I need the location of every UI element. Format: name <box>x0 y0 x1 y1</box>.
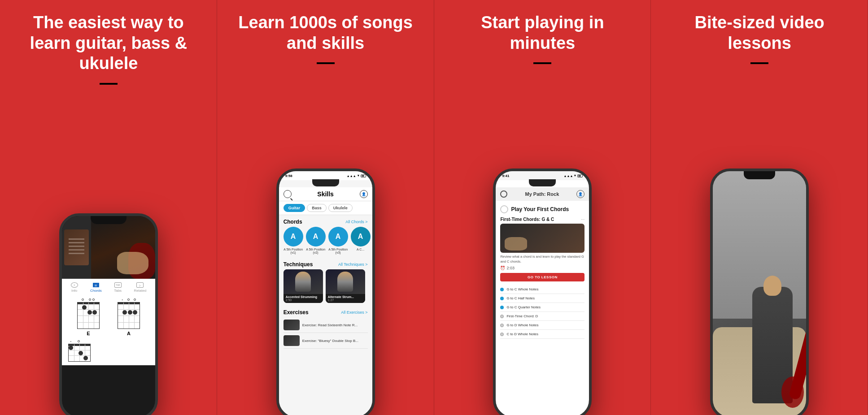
settings-icon[interactable] <box>500 190 507 198</box>
panel-4-headline: Bite-sized video lessons <box>651 0 868 58</box>
exercise-thumb-2 <box>284 335 300 346</box>
exercises-title: Exercises <box>284 309 309 316</box>
technique-info-2: Alternate Strum... 1:27 <box>326 294 365 303</box>
battery-icon <box>361 174 366 177</box>
open-dot <box>134 298 136 301</box>
grid-line <box>118 322 140 323</box>
chords-section-title: Chords <box>284 219 302 225</box>
chord-e-top <box>82 298 95 301</box>
tab-bass[interactable]: Bass <box>307 204 327 212</box>
grid-line <box>118 309 140 310</box>
tab-guitar[interactable]: Guitar <box>284 204 305 212</box>
fret-dot <box>92 310 97 315</box>
lesson-list: G to C Whole Notes G to C Half Notes G t… <box>500 285 584 339</box>
search-icon[interactable] <box>284 190 292 198</box>
lesson-thumbnail <box>500 224 584 253</box>
phone-1-wrapper: i Info ⊞ Chords TAB Tabs ▷ Related <box>59 213 158 415</box>
technique-info-1: Accented Strumming 2:50 <box>284 294 323 303</box>
panel-3-divider <box>533 62 551 64</box>
technique-cards-row: Accented Strumming 2:50 Alternate Strum.… <box>279 269 372 306</box>
chord-letter: A <box>313 233 318 241</box>
chord-item-1[interactable]: A A 5th Position (v1) <box>284 227 303 254</box>
technique-card-2[interactable]: Alternate Strum... 1:27 <box>326 269 365 303</box>
exercise-list: Exercise: Read Sixteenth Note R... Exerc… <box>279 317 372 349</box>
group-title: Play Your First Chords <box>511 206 569 212</box>
chords-section-header: Chords All Chords > <box>279 215 372 227</box>
user-icon[interactable]: 👤 <box>576 190 584 198</box>
tab-tabs[interactable]: TAB Tabs <box>114 282 122 293</box>
chord-e: E <box>77 298 100 336</box>
all-exercises-link[interactable]: All Exercises > <box>341 310 367 315</box>
progress-circle <box>500 205 508 213</box>
chord-c-top: × <box>70 340 149 343</box>
phone-1-video <box>62 216 155 279</box>
list-item-4[interactable]: First-Time Chord: D <box>500 312 584 321</box>
hand-shape <box>117 252 148 274</box>
guitar-thumbnail <box>64 229 89 265</box>
panel-3-headline: Start playing in minutes <box>434 0 651 58</box>
lesson-group-header: Play Your First Chords <box>500 205 584 213</box>
tab-chords[interactable]: ⊞ Chords <box>90 282 102 293</box>
grid-line <box>69 350 90 350</box>
all-techniques-link[interactable]: All Techniques > <box>338 262 368 267</box>
wifi-icon-3: ▾ <box>574 174 576 177</box>
panel-2-divider <box>317 62 335 64</box>
technique-thumb-1 <box>284 269 323 294</box>
all-chords-link[interactable]: All Chords > <box>345 220 367 224</box>
chord-third-preview: × <box>65 338 153 362</box>
phone-1-controls: i Info ⊞ Chords TAB Tabs ▷ Related <box>62 279 155 365</box>
chord-item-3[interactable]: A A 5th Position (v3) <box>328 227 348 254</box>
open-dot <box>78 340 80 342</box>
list-item-5[interactable]: G to D Whole Notes <box>500 321 584 330</box>
grid-line <box>78 309 99 310</box>
cross-marker: × <box>70 340 72 343</box>
exercise-name-1: Exercise: Read Sixteenth Note R... <box>302 323 358 327</box>
status-icons: ▲▲▲ ▾ <box>347 174 366 177</box>
phone-1: i Info ⊞ Chords TAB Tabs ▷ Related <box>59 213 158 415</box>
chord-item-4[interactable]: A A C... <box>351 227 371 254</box>
tab-info[interactable]: i Info <box>71 282 78 293</box>
chord-item-2[interactable]: A A 5th Position (v2) <box>306 227 326 254</box>
go-to-lesson-button[interactable]: GO TO LESSON <box>500 273 584 281</box>
chord-circle: A <box>284 227 303 246</box>
fret-dot <box>122 310 127 315</box>
phone-3-wrapper: 9:41 ▲▲▲ ▾ My Path: Rock 👤 <box>493 169 592 415</box>
tab-related-label: Related <box>134 289 147 293</box>
phone-2: 9:58 ▲▲▲ ▾ Skills 👤 Guitar Bass <box>276 169 375 415</box>
phone-2-header: Skills 👤 <box>279 187 372 201</box>
skills-title: Skills <box>292 190 360 198</box>
chord-circle-label: A 5th Position (v2) <box>306 248 326 254</box>
phone-2-wrapper: 9:58 ▲▲▲ ▾ Skills 👤 Guitar Bass <box>276 169 375 415</box>
phone-4-wrapper <box>710 169 809 415</box>
technique-card-1[interactable]: Accented Strumming 2:50 <box>284 269 323 303</box>
tab-related[interactable]: ▷ Related <box>134 282 147 293</box>
phone-3-notch <box>529 179 556 186</box>
lesson-list-text-6: C to D Whole Notes <box>506 332 538 336</box>
phone-2-notch <box>312 179 339 186</box>
open-dot <box>92 298 95 301</box>
panel-4: Bite-sized video lessons <box>651 0 868 415</box>
chord-circle: A <box>351 227 371 246</box>
exercise-item-1[interactable]: Exercise: Read Sixteenth Note R... <box>284 317 368 333</box>
phone-1-notch <box>91 216 126 224</box>
list-item-6[interactable]: C to D Whole Notes <box>500 330 584 339</box>
exercise-item-2[interactable]: Exercise: "Bluesy" Double Stop B... <box>284 333 368 349</box>
lesson-list-text-2: G to C Half Notes <box>506 296 535 300</box>
status-time: 9:58 <box>285 174 292 178</box>
list-item-3[interactable]: G to C Quarter Notes <box>500 303 584 312</box>
list-item-1[interactable]: G to C Whole Notes <box>500 285 584 294</box>
battery-icon-3 <box>577 174 583 177</box>
user-avatar-icon[interactable]: 👤 <box>360 190 368 198</box>
chord-c-grid <box>68 344 91 362</box>
list-item-2[interactable]: G to C Half Notes <box>500 294 584 303</box>
lesson-more-icon[interactable]: ··· <box>581 217 584 222</box>
phone-4 <box>710 169 809 415</box>
fret-dot <box>69 346 73 350</box>
chord-a-top: × <box>122 298 136 301</box>
techniques-section-header: Techniques All Techniques > <box>279 258 372 269</box>
open-dot <box>89 298 91 301</box>
tabs-icon: TAB <box>114 282 122 288</box>
lesson-duration: ⏰ 2:03 <box>500 266 584 270</box>
tab-ukulele[interactable]: Ukulele <box>328 204 353 212</box>
chord-circles-row: A A 5th Position (v1) A A 5th Position (… <box>279 227 372 258</box>
